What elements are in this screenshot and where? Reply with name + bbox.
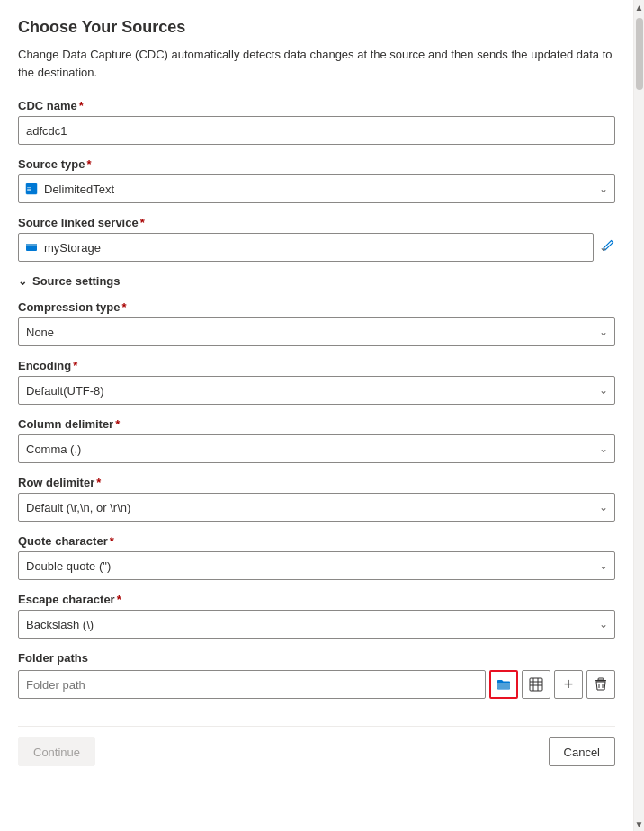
source-linked-service-select-wrapper: myStorage ⌄ <box>18 233 615 262</box>
source-type-select-wrapper: ≡ DelimitedText ⌄ <box>18 174 615 203</box>
escape-character-group: Escape character* Backslash (\) ⌄ <box>18 593 615 639</box>
escape-character-select[interactable]: Backslash (\) <box>18 610 615 639</box>
page-title: Choose Your Sources <box>18 18 615 37</box>
source-type-group: Source type* ≡ DelimitedText ⌄ <box>18 157 615 203</box>
delete-icon <box>595 677 607 692</box>
column-delimiter-group: Column delimiter* Comma (,) ⌄ <box>18 417 615 463</box>
svg-rect-10 <box>595 680 606 682</box>
folder-path-row: + <box>18 670 615 699</box>
scrollbar[interactable]: ▲ ▼ <box>633 0 644 831</box>
main-panel: Choose Your Sources Change Data Capture … <box>0 0 633 831</box>
quote-character-select[interactable]: Double quote (") <box>18 551 615 580</box>
edit-linked-service-button[interactable] <box>601 238 615 256</box>
compression-type-select[interactable]: None <box>18 317 615 346</box>
folder-paths-group: Folder paths + <box>18 651 615 699</box>
encoding-group: Encoding* Default(UTF-8) ⌄ <box>18 359 615 405</box>
cancel-button[interactable]: Cancel <box>549 737 615 766</box>
cdc-name-label: CDC name* <box>18 99 615 112</box>
encoding-select-wrapper: Default(UTF-8) ⌄ <box>18 376 615 405</box>
encoding-label: Encoding* <box>18 359 615 372</box>
scroll-up-arrow[interactable]: ▲ <box>634 0 645 14</box>
column-delimiter-select[interactable]: Comma (,) <box>18 434 615 463</box>
add-icon: + <box>564 676 574 692</box>
folder-browse-icon <box>496 677 511 692</box>
svg-rect-5 <box>530 678 542 691</box>
row-delimiter-label: Row delimiter* <box>18 476 615 489</box>
quote-character-select-wrapper: Double quote (") ⌄ <box>18 551 615 580</box>
compression-type-group: Compression type* None ⌄ <box>18 300 615 346</box>
quote-character-group: Quote character* Double quote (") ⌄ <box>18 534 615 580</box>
row-delimiter-select[interactable]: Default (\r,\n, or \r\n) <box>18 493 615 522</box>
quote-character-label: Quote character* <box>18 534 615 548</box>
compression-type-label: Compression type* <box>18 300 615 314</box>
scroll-down-arrow[interactable]: ▼ <box>634 817 645 831</box>
source-linked-service-label: Source linked service* <box>18 216 615 229</box>
add-folder-button[interactable]: + <box>554 670 583 699</box>
browse-folder-button[interactable] <box>489 670 518 699</box>
footer: Continue Cancel <box>18 726 615 777</box>
source-type-label: Source type* <box>18 157 615 171</box>
escape-character-select-wrapper: Backslash (\) ⌄ <box>18 610 615 639</box>
compression-type-select-wrapper: None ⌄ <box>18 317 615 346</box>
column-delimiter-label: Column delimiter* <box>18 417 615 431</box>
table-icon <box>529 677 543 692</box>
table-select-button[interactable] <box>522 670 550 699</box>
cdc-name-input[interactable] <box>18 116 615 145</box>
row-delimiter-select-wrapper: Default (\r,\n, or \r\n) ⌄ <box>18 493 615 522</box>
page-description: Change Data Capture (CDC) automatically … <box>18 46 615 81</box>
source-settings-section[interactable]: ⌄ Source settings <box>18 274 615 288</box>
column-delimiter-select-wrapper: Comma (,) ⌄ <box>18 434 615 463</box>
scrollbar-thumb[interactable] <box>636 18 643 90</box>
continue-button[interactable]: Continue <box>18 737 95 766</box>
source-linked-service-group: Source linked service* myStorage ⌄ <box>18 216 615 262</box>
source-type-select[interactable]: DelimitedText <box>18 174 615 203</box>
encoding-select[interactable]: Default(UTF-8) <box>18 376 615 405</box>
folder-path-input[interactable] <box>18 670 486 699</box>
folder-paths-label: Folder paths <box>18 651 615 665</box>
section-settings-chevron-icon: ⌄ <box>18 275 27 288</box>
escape-character-label: Escape character* <box>18 593 615 606</box>
delete-folder-button[interactable] <box>586 670 615 699</box>
cdc-name-group: CDC name* <box>18 99 615 145</box>
row-delimiter-group: Row delimiter* Default (\r,\n, or \r\n) … <box>18 476 615 522</box>
source-linked-service-select[interactable]: myStorage <box>18 233 594 262</box>
